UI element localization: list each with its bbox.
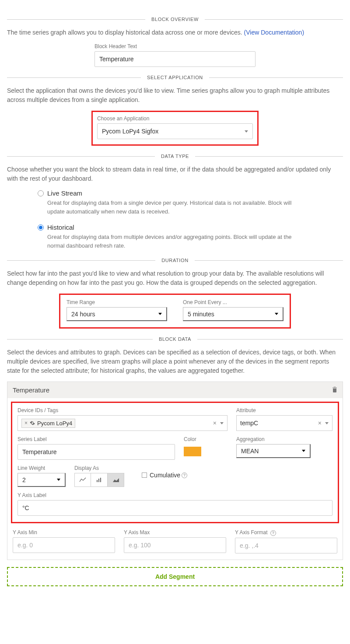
overview-desc: The time series graph allows you to disp… [7,28,343,37]
svg-rect-0 [97,480,98,482]
application-desc: Select the application that owns the dev… [7,86,343,105]
segment-title: Temperature [13,386,49,394]
attribute-label: Attribute [236,407,332,413]
duration-highlight: Time Range 24 hours One Point Every ... … [59,294,291,329]
blockdata-desc: Select the devices and attributes to gra… [7,348,343,375]
device-ids-input[interactable]: × Pycom LoPy4 × [18,415,228,431]
chevron-down-icon [325,422,329,424]
y-axis-label-input[interactable] [18,500,332,516]
device-tag-chip: × Pycom LoPy4 [21,419,75,428]
attribute-select[interactable]: tempC × [236,415,332,431]
segment-card: Temperature Device IDs / Tags × Pycom Lo… [7,382,343,560]
line-weight-select[interactable]: 2 [18,473,66,487]
color-label: Color [184,436,228,442]
radio-desc-historical: Great for displaying data from multiple … [47,233,301,250]
y-axis-format-label: Y Axis Format ? [235,529,337,536]
view-documentation-link[interactable]: (View Documentation) [244,29,304,36]
radio-label-live-stream: Live Stream [47,189,82,197]
radio-desc-live-stream: Great for displaying data from a single … [47,199,301,216]
segment-header: Temperature [7,382,343,398]
series-label-input[interactable] [18,444,175,460]
color-picker[interactable] [184,447,201,456]
application-select[interactable]: Pycom LoPy4 Sigfox [97,123,253,139]
time-range-select[interactable]: 24 hours [66,307,167,321]
series-label-label: Series Label [18,436,175,442]
cumulative-checkbox[interactable] [142,472,147,478]
aggregation-value: MEAN [241,448,259,455]
block-header-label: Block Header Text [94,43,256,49]
application-value: Pycom LoPy4 Sigfox [102,128,158,135]
section-title: BLOCK OVERVIEW [145,17,205,22]
delete-segment-button[interactable] [332,386,337,394]
cumulative-checkbox-row[interactable]: Cumulative ? [142,472,187,479]
chevron-down-icon [57,479,60,481]
chevron-down-icon [245,130,248,133]
block-header-input[interactable] [94,51,256,67]
line-weight-value: 2 [22,476,26,483]
section-divider-application: SELECT APPLICATION [7,75,343,80]
attribute-value: tempC [240,420,258,427]
section-title: BLOCK DATA [153,336,197,342]
application-highlight: Choose an Application Pycom LoPy4 Sigfox [91,111,259,146]
y-axis-min-input[interactable] [13,537,115,553]
line-chart-icon [79,477,86,483]
section-divider-duration: DURATION [7,258,343,263]
display-as-area-button[interactable] [108,473,124,487]
resolution-value: 5 minutes [188,311,214,318]
device-ids-label: Device IDs / Tags [18,407,228,413]
gear-icon [30,420,35,426]
display-as-label: Display As [74,465,124,471]
y-axis-format-input[interactable] [235,538,337,553]
segment-body-highlight: Device IDs / Tags × Pycom LoPy4 × [11,402,339,523]
chevron-down-icon [158,313,162,315]
choose-application-label: Choose an Application [97,116,253,122]
time-range-value: 24 hours [71,311,95,318]
help-icon[interactable]: ? [270,530,276,536]
trash-icon [332,386,337,392]
radio-live-stream[interactable] [38,190,44,196]
y-axis-label-label: Y Axis Label [18,492,332,498]
remove-tag-button[interactable]: × [24,420,28,426]
section-title: DURATION [155,258,194,263]
section-divider-blockdata: BLOCK DATA [7,336,343,342]
radio-label-historical: Historical [47,224,74,231]
bar-chart-icon [96,477,103,483]
time-range-label: Time Range [66,299,167,305]
section-title: DATA TYPE [155,154,195,159]
clear-icon[interactable]: × [318,420,322,427]
add-segment-button[interactable]: Add Segment [7,567,343,586]
duration-desc: Select how far into the past you'd like … [7,269,343,287]
y-axis-min-label: Y Axis Min [13,529,115,536]
display-as-bar-button[interactable] [91,473,108,487]
clear-icon[interactable]: × [213,420,217,427]
cumulative-label: Cumulative [150,472,180,479]
aggregation-select[interactable]: MEAN [236,444,311,458]
datatype-desc: Choose whether you want the block to str… [7,165,343,183]
section-title: SELECT APPLICATION [141,75,209,80]
resolution-label: One Point Every ... [183,299,284,305]
chevron-down-icon [220,422,224,424]
resolution-select[interactable]: 5 minutes [183,307,284,321]
line-weight-label: Line Weight [18,465,66,471]
y-axis-max-input[interactable] [124,537,226,553]
display-as-line-button[interactable] [74,473,91,487]
aggregation-label: Aggregation [236,436,332,442]
section-divider-overview: BLOCK OVERVIEW [7,17,343,22]
device-tag-label: Pycom LoPy4 [37,420,72,427]
svg-rect-2 [100,478,101,482]
y-axis-max-label: Y Axis Max [124,529,226,536]
chevron-down-icon [302,450,305,452]
svg-rect-1 [98,479,99,482]
chevron-down-icon [275,313,278,315]
radio-historical[interactable] [38,224,44,231]
help-icon[interactable]: ? [182,472,187,478]
section-divider-datatype: DATA TYPE [7,154,343,159]
area-chart-icon [112,477,119,483]
